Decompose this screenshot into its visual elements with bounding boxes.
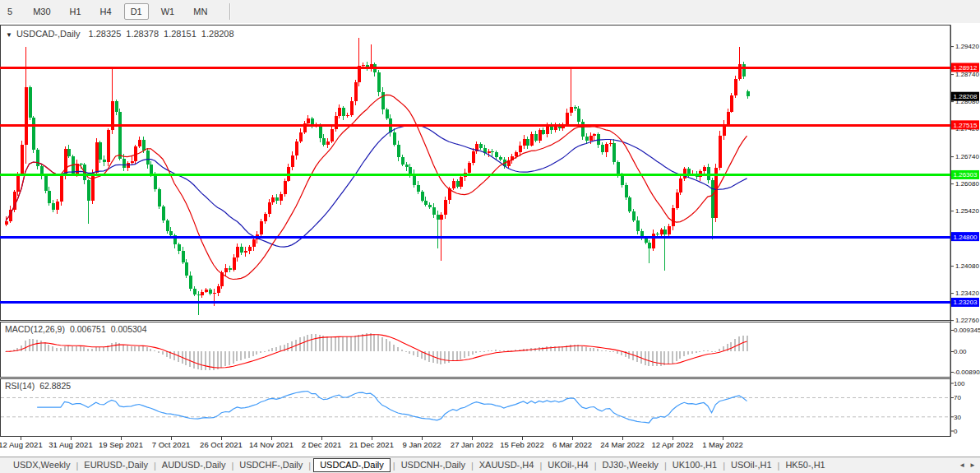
macd-histogram-bar	[162, 351, 164, 355]
tab-usdx-weekly[interactable]: USDX,Weekly	[8, 458, 75, 472]
macd-histogram-bar	[350, 336, 352, 351]
tab-scroll-left-icon[interactable]: ◄	[959, 461, 965, 469]
svg-text:1.22760: 1.22760	[955, 317, 979, 324]
tab-divider: |	[664, 461, 667, 471]
tab-ukoil-h4[interactable]: UKOil-,H4	[543, 458, 594, 472]
timeframe-button-5[interactable]: 5	[1, 3, 19, 20]
date-label: 12 Apr 2022	[651, 440, 693, 449]
macd-histogram-bar	[197, 351, 199, 369]
macd-histogram-bar	[734, 339, 736, 351]
macd-histogram-bar	[178, 351, 179, 362]
candle-body	[326, 141, 330, 145]
macd-histogram-bar	[362, 334, 363, 352]
candle-body	[444, 200, 447, 216]
macd-histogram-bar	[99, 347, 100, 352]
timeframe-button-m30[interactable]: M30	[26, 3, 57, 20]
rsi-indicator-label: RSI(14)62.8825	[5, 381, 71, 391]
toolbar-separator	[229, 3, 231, 20]
svg-text:1.29420: 1.29420	[955, 43, 979, 50]
tab-usdcad-daily[interactable]: USDCAD-,Daily	[313, 458, 391, 472]
macd-histogram-bar	[138, 346, 140, 351]
candle-body	[201, 292, 204, 296]
tab-eurusd-daily[interactable]: EURUSD-,Daily	[79, 458, 153, 472]
tab-hk50-h1[interactable]: HK50-,H1	[780, 458, 830, 472]
tab-audusd-daily[interactable]: AUDUSD-,Daily	[157, 458, 231, 472]
macd-histogram-bar	[460, 351, 461, 359]
svg-text:0.00: 0.00	[954, 348, 967, 355]
level-price-badge: 1.26303	[951, 170, 979, 179]
candle-body	[742, 64, 746, 77]
candle-body	[335, 116, 338, 129]
chart-canvas[interactable]: 1.294201.287401.280801.274201.267401.260…	[0, 23, 980, 457]
panel-frames	[1, 26, 951, 437]
svg-text:0: 0	[954, 428, 958, 435]
candle-body	[734, 79, 737, 95]
tab-divider: |	[723, 461, 725, 471]
tab-xauusd-h4[interactable]: XAUUSD-,H4	[474, 458, 539, 472]
candle-body	[217, 286, 220, 293]
candle-body	[381, 92, 385, 110]
macd-histogram-bar	[632, 351, 634, 360]
tab-dj30-weekly[interactable]: DJ30-,Weekly	[598, 458, 663, 472]
tab-divider: |	[471, 461, 474, 471]
candle-body	[103, 160, 106, 162]
macd-histogram-bar	[275, 347, 277, 351]
tab-usoil-h1[interactable]: USOil-,H1	[726, 458, 777, 472]
macd-histogram-bar	[381, 337, 383, 351]
candle-body	[44, 175, 48, 190]
macd-histogram-bar	[499, 350, 501, 352]
macd-histogram-bar	[707, 350, 709, 351]
candle-body	[589, 136, 593, 141]
timeframe-button-mn[interactable]: MN	[187, 3, 214, 20]
macd-histogram-bar	[111, 343, 113, 351]
macd-histogram-bar	[95, 347, 97, 351]
candle-body	[437, 215, 440, 220]
candle-body	[428, 205, 432, 207]
candle-body	[405, 165, 409, 168]
candle-body	[244, 251, 247, 253]
symbol-dropdown-icon[interactable]: ▼	[6, 31, 12, 39]
macd-histogram-bar	[220, 351, 222, 368]
tab-uk100-h1[interactable]: UK100-,H1	[668, 458, 722, 472]
candle-body	[546, 126, 549, 133]
candle-body	[87, 180, 90, 201]
macd-histogram-bar	[440, 351, 441, 364]
macd-histogram-bar	[719, 349, 720, 351]
candle-body	[523, 139, 526, 146]
timeframe-button-h4[interactable]: H4	[94, 3, 118, 20]
macd-histogram-bar	[703, 350, 705, 351]
date-label: 31 Aug 2021	[49, 440, 92, 449]
candle-body	[91, 173, 95, 201]
svg-text:1.26080: 1.26080	[955, 180, 979, 188]
candle-body	[479, 144, 483, 148]
macd-histogram-bar	[268, 350, 270, 351]
candle-body	[432, 207, 436, 215]
svg-text:30: 30	[954, 414, 961, 421]
candle-body	[322, 138, 326, 145]
macd-histogram-bar	[676, 351, 677, 361]
macd-histogram-bar	[322, 336, 324, 351]
macd-histogram-bar	[248, 351, 250, 357]
tab-divider: |	[594, 461, 597, 471]
candle-body	[162, 206, 165, 220]
candle-body	[213, 293, 216, 294]
macd-histogram-bar	[72, 346, 73, 351]
tab-usdcnh-daily[interactable]: USDCNH-,Daily	[396, 458, 470, 472]
macd-histogram-bar	[495, 350, 497, 351]
candle-body	[32, 118, 35, 150]
tab-scroll-right-icon[interactable]: ►	[969, 461, 976, 469]
candle-body	[636, 220, 640, 231]
macd-histogram-bar	[346, 336, 348, 351]
candle-body	[526, 139, 529, 145]
macd-histogram-bar	[256, 351, 257, 355]
chart-area: 1.294201.287401.280801.274201.267401.260…	[0, 23, 980, 457]
timeframe-button-h1[interactable]: H1	[63, 3, 88, 20]
candle-body	[566, 113, 569, 124]
macd-histogram-bar	[464, 351, 465, 358]
timeframe-button-w1[interactable]: W1	[155, 3, 182, 20]
candle-body	[397, 145, 400, 156]
timeframe-button-d1[interactable]: D1	[124, 3, 149, 20]
candle-body	[182, 251, 185, 262]
tab-usdchf-daily[interactable]: USDCHF-,Daily	[234, 458, 307, 472]
level-price-badge: 1.27515	[951, 120, 979, 129]
